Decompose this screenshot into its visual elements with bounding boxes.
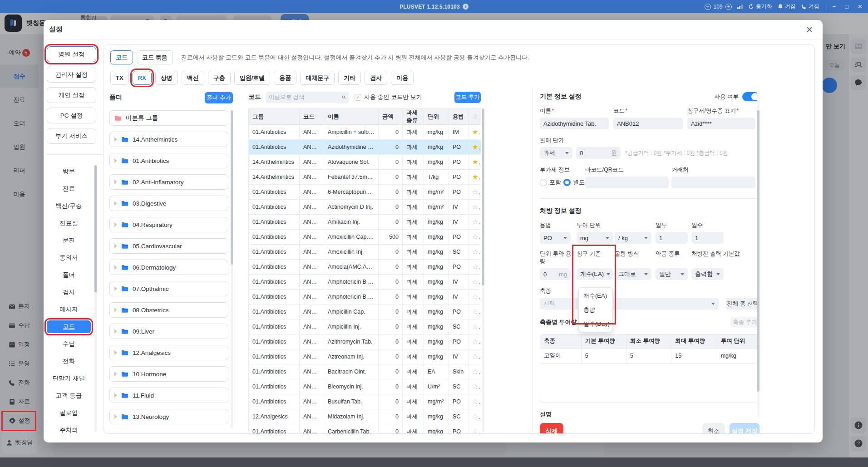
nav-personal-settings[interactable]: 개인 설정 bbox=[47, 87, 96, 103]
settings-nav-item[interactable]: 검사 bbox=[47, 286, 91, 299]
favorite-star-icon[interactable] bbox=[472, 189, 478, 196]
folder-item[interactable]: 08.Obstetrics bbox=[109, 302, 228, 318]
favorite-star-icon[interactable] bbox=[472, 414, 478, 420]
settings-nav-item[interactable]: 백신/구충 bbox=[47, 200, 91, 212]
in-use-only-checkbox[interactable] bbox=[355, 94, 361, 101]
code-table-row[interactable]: 01.Antibiotics ANB005 Amoxicillin Inj. 0… bbox=[249, 245, 481, 260]
favorite-star-icon[interactable] bbox=[472, 264, 478, 270]
category-tab[interactable]: 기타 bbox=[338, 71, 361, 85]
code-table-row[interactable]: 01.Antibiotics ANB001 6-Mercaptopurine (… bbox=[249, 185, 481, 200]
folder-item[interactable]: 06.Dermatology bbox=[109, 260, 228, 275]
receipt-field[interactable]: Azid**** bbox=[687, 118, 755, 129]
chevron-right-icon[interactable] bbox=[114, 137, 117, 142]
chevron-right-icon[interactable] bbox=[114, 222, 117, 227]
dose-table-row[interactable]: 고양이 5 5 15 mg/kg bbox=[540, 348, 759, 363]
code-table-row[interactable]: 01.Antibiotics ANB009 Ampicillin Cap. 0 … bbox=[249, 305, 481, 320]
code-table-row[interactable]: 01.Antibiotics ANB012 Azidothymidine Tab… bbox=[249, 140, 481, 155]
category-tab[interactable]: 상병 bbox=[155, 71, 178, 85]
category-tab[interactable]: TX bbox=[110, 71, 129, 85]
name-field[interactable]: Azidothymidine Tab. bbox=[540, 118, 609, 129]
folder-item[interactable]: 03.Digestive bbox=[109, 196, 228, 211]
billing-option[interactable]: 개수(EA) bbox=[579, 289, 612, 303]
code-table-row[interactable]: 01.Antibiotics ANB016 Bleomycin Inj. 0 과… bbox=[249, 379, 481, 394]
settings-nav-item[interactable]: 동의서 bbox=[47, 251, 91, 264]
code-table-row[interactable]: 14.Anthelmintics ANT013 Febantel 37.5mg/… bbox=[249, 170, 481, 185]
code-table-row[interactable]: 01.Antibiotics ANB004 Amoxicillin Cap. (… bbox=[249, 230, 481, 245]
code-search-input[interactable] bbox=[266, 92, 349, 103]
zoom-out-icon[interactable]: − bbox=[705, 4, 711, 10]
vat-include-radio[interactable] bbox=[540, 179, 547, 186]
favorite-star-icon[interactable] bbox=[472, 279, 478, 285]
folder-item[interactable]: 09.Liver bbox=[109, 324, 228, 339]
code-table-row[interactable]: 01.Antibiotics ANB007 Amphotericin B Inj… bbox=[249, 275, 481, 290]
zoom-control[interactable]: − 109 + bbox=[705, 4, 732, 10]
folder-item[interactable]: 14.Anthelmintics bbox=[109, 132, 228, 147]
vat-separate-radio[interactable] bbox=[563, 179, 571, 186]
chevron-right-icon[interactable] bbox=[114, 265, 117, 270]
favorite-star-icon[interactable] bbox=[472, 384, 478, 390]
folder-item[interactable]: 10.Hormone bbox=[109, 366, 228, 382]
chevron-right-icon[interactable] bbox=[114, 201, 117, 206]
folder-item[interactable]: 13.Neurology bbox=[109, 409, 228, 424]
sync-button[interactable]: 동기화 bbox=[748, 3, 772, 10]
settings-nav-item[interactable]: 코드 bbox=[47, 320, 91, 333]
category-tab[interactable]: 미용 bbox=[391, 71, 414, 85]
favorite-star-icon[interactable] bbox=[472, 294, 478, 300]
notification-toggle[interactable]: 켜짐 bbox=[778, 3, 796, 10]
daily-field[interactable]: 1 bbox=[656, 232, 688, 244]
route-select[interactable]: PO bbox=[540, 232, 571, 244]
tab-code[interactable]: 코드 bbox=[110, 50, 133, 64]
dose-unit-select[interactable]: mg bbox=[577, 232, 613, 244]
code-table-row[interactable]: 01.Antibiotics ANB015 Bacitracin Oint. 0… bbox=[249, 364, 481, 379]
folder-scrollbar[interactable] bbox=[231, 110, 233, 428]
favorite-star-icon[interactable] bbox=[472, 429, 478, 434]
settings-nav-item[interactable]: 수납 bbox=[47, 338, 91, 350]
close-window-button[interactable]: ✕ bbox=[856, 3, 864, 10]
code-field[interactable]: ANB012 bbox=[613, 118, 683, 129]
billing-option[interactable]: 총량 bbox=[579, 303, 612, 317]
minimize-button[interactable]: − bbox=[831, 3, 838, 10]
category-tab[interactable]: 백신 bbox=[182, 71, 204, 85]
nav-scrollbar[interactable] bbox=[94, 165, 97, 432]
price-tax-select[interactable]: 과세 bbox=[540, 147, 572, 159]
nav-admin-settings[interactable]: 관리자 설정 bbox=[47, 67, 96, 83]
code-table-row[interactable]: 01.Antibiotics ANB017 Busulfan Tab. 0 과세… bbox=[249, 394, 481, 409]
favorite-star-icon[interactable] bbox=[472, 249, 478, 256]
settings-nav-item[interactable]: 주치의 bbox=[47, 424, 91, 437]
folder-item[interactable]: 02.Anti-inflamatory bbox=[109, 174, 228, 190]
settings-nav-item[interactable]: 방문 bbox=[47, 165, 91, 178]
code-table-row[interactable]: 01.Antibiotics ANB014 Aztreonam Inj. 0 과… bbox=[249, 349, 481, 364]
chevron-right-icon[interactable] bbox=[114, 393, 117, 398]
favorite-star-icon[interactable] bbox=[472, 324, 478, 330]
chevron-right-icon[interactable] bbox=[114, 372, 117, 376]
nav-hospital-settings[interactable]: 병원 설정 bbox=[47, 46, 96, 62]
settings-nav-item[interactable]: 팔로업 bbox=[47, 407, 91, 419]
code-table-row[interactable]: 01.Antibiotics ANB008 Amphotericin B, li… bbox=[249, 290, 481, 305]
chevron-right-icon[interactable] bbox=[114, 308, 117, 312]
category-tab[interactable]: 용품 bbox=[274, 71, 296, 85]
dose-per-select[interactable]: / kg bbox=[615, 232, 651, 244]
save-settings-button[interactable]: 설정 저장 bbox=[730, 423, 760, 434]
code-table-row[interactable]: 01.Antibiotics ANB013 Azithromycin Tab. … bbox=[249, 334, 481, 349]
category-tab[interactable]: 검사 bbox=[365, 71, 387, 85]
code-table-row[interactable]: 14.Anthelmintics ANT001 Atovaquone Sol. … bbox=[249, 155, 481, 170]
settings-nav-item[interactable]: 폴더 bbox=[47, 269, 91, 281]
species-select[interactable]: 선택 bbox=[540, 298, 719, 310]
favorite-star-icon[interactable] bbox=[472, 144, 478, 151]
phone-toggle[interactable]: 켜짐 bbox=[801, 3, 819, 10]
folder-item[interactable]: 05.Cardiovascular bbox=[109, 238, 228, 254]
favorite-star-icon[interactable] bbox=[472, 219, 478, 226]
settings-nav-item[interactable]: 문진 bbox=[47, 234, 91, 247]
drug-type-select[interactable]: 일반 bbox=[656, 268, 688, 280]
chevron-right-icon[interactable] bbox=[114, 350, 117, 355]
settings-nav-item[interactable]: 단말기 채널 bbox=[47, 372, 91, 385]
code-table-row[interactable]: 01.Antibiotics ANB006 Amocla(AMC,Amoxici… bbox=[249, 260, 481, 275]
delete-button[interactable]: 삭제 bbox=[540, 423, 563, 434]
favorite-star-icon[interactable] bbox=[472, 399, 478, 405]
favorite-star-icon[interactable] bbox=[472, 369, 478, 375]
chevron-right-icon[interactable] bbox=[114, 244, 117, 248]
favorite-star-icon[interactable] bbox=[472, 129, 478, 136]
days-field[interactable]: 1 bbox=[691, 232, 724, 244]
maximize-button[interactable]: □ bbox=[843, 3, 850, 10]
settings-nav-item[interactable]: 진료실 bbox=[47, 217, 91, 230]
